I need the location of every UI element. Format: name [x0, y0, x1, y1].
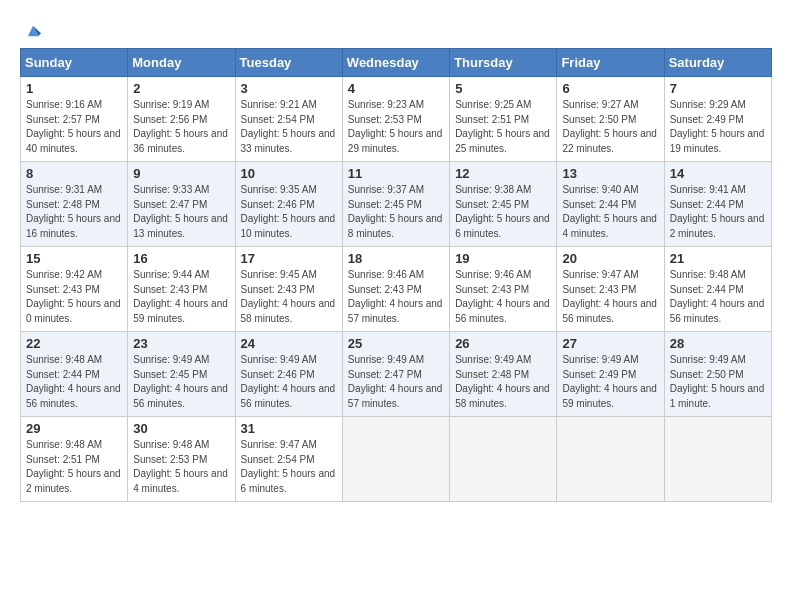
day-number: 11 — [348, 166, 444, 181]
calendar-cell: 17Sunrise: 9:45 AMSunset: 2:43 PMDayligh… — [235, 247, 342, 332]
day-info: Sunrise: 9:49 AMSunset: 2:50 PMDaylight:… — [670, 353, 766, 411]
calendar-cell: 27Sunrise: 9:49 AMSunset: 2:49 PMDayligh… — [557, 332, 664, 417]
day-info: Sunrise: 9:48 AMSunset: 2:51 PMDaylight:… — [26, 438, 122, 496]
day-info: Sunrise: 9:48 AMSunset: 2:44 PMDaylight:… — [670, 268, 766, 326]
day-info: Sunrise: 9:23 AMSunset: 2:53 PMDaylight:… — [348, 98, 444, 156]
calendar-cell — [557, 417, 664, 502]
day-number: 28 — [670, 336, 766, 351]
calendar-cell — [450, 417, 557, 502]
day-number: 9 — [133, 166, 229, 181]
calendar-cell: 10Sunrise: 9:35 AMSunset: 2:46 PMDayligh… — [235, 162, 342, 247]
day-info: Sunrise: 9:46 AMSunset: 2:43 PMDaylight:… — [455, 268, 551, 326]
day-info: Sunrise: 9:44 AMSunset: 2:43 PMDaylight:… — [133, 268, 229, 326]
page-header — [20, 20, 772, 38]
calendar-cell: 30Sunrise: 9:48 AMSunset: 2:53 PMDayligh… — [128, 417, 235, 502]
weekday-header-saturday: Saturday — [664, 49, 771, 77]
day-number: 7 — [670, 81, 766, 96]
calendar-cell: 21Sunrise: 9:48 AMSunset: 2:44 PMDayligh… — [664, 247, 771, 332]
day-number: 18 — [348, 251, 444, 266]
calendar-week-row: 22Sunrise: 9:48 AMSunset: 2:44 PMDayligh… — [21, 332, 772, 417]
day-info: Sunrise: 9:49 AMSunset: 2:49 PMDaylight:… — [562, 353, 658, 411]
weekday-header-thursday: Thursday — [450, 49, 557, 77]
calendar-cell: 2Sunrise: 9:19 AMSunset: 2:56 PMDaylight… — [128, 77, 235, 162]
day-info: Sunrise: 9:49 AMSunset: 2:47 PMDaylight:… — [348, 353, 444, 411]
calendar-cell: 13Sunrise: 9:40 AMSunset: 2:44 PMDayligh… — [557, 162, 664, 247]
day-number: 5 — [455, 81, 551, 96]
day-info: Sunrise: 9:41 AMSunset: 2:44 PMDaylight:… — [670, 183, 766, 241]
day-info: Sunrise: 9:45 AMSunset: 2:43 PMDaylight:… — [241, 268, 337, 326]
day-info: Sunrise: 9:47 AMSunset: 2:43 PMDaylight:… — [562, 268, 658, 326]
day-info: Sunrise: 9:42 AMSunset: 2:43 PMDaylight:… — [26, 268, 122, 326]
day-info: Sunrise: 9:31 AMSunset: 2:48 PMDaylight:… — [26, 183, 122, 241]
weekday-header-sunday: Sunday — [21, 49, 128, 77]
calendar-cell: 31Sunrise: 9:47 AMSunset: 2:54 PMDayligh… — [235, 417, 342, 502]
calendar-cell: 18Sunrise: 9:46 AMSunset: 2:43 PMDayligh… — [342, 247, 449, 332]
day-info: Sunrise: 9:35 AMSunset: 2:46 PMDaylight:… — [241, 183, 337, 241]
calendar-cell: 19Sunrise: 9:46 AMSunset: 2:43 PMDayligh… — [450, 247, 557, 332]
weekday-header-row: SundayMondayTuesdayWednesdayThursdayFrid… — [21, 49, 772, 77]
calendar-cell: 25Sunrise: 9:49 AMSunset: 2:47 PMDayligh… — [342, 332, 449, 417]
day-number: 30 — [133, 421, 229, 436]
calendar-cell: 23Sunrise: 9:49 AMSunset: 2:45 PMDayligh… — [128, 332, 235, 417]
calendar-cell: 5Sunrise: 9:25 AMSunset: 2:51 PMDaylight… — [450, 77, 557, 162]
day-info: Sunrise: 9:16 AMSunset: 2:57 PMDaylight:… — [26, 98, 122, 156]
day-number: 15 — [26, 251, 122, 266]
calendar-cell: 29Sunrise: 9:48 AMSunset: 2:51 PMDayligh… — [21, 417, 128, 502]
calendar-cell: 7Sunrise: 9:29 AMSunset: 2:49 PMDaylight… — [664, 77, 771, 162]
calendar-week-row: 8Sunrise: 9:31 AMSunset: 2:48 PMDaylight… — [21, 162, 772, 247]
calendar-cell: 4Sunrise: 9:23 AMSunset: 2:53 PMDaylight… — [342, 77, 449, 162]
calendar-table: SundayMondayTuesdayWednesdayThursdayFrid… — [20, 48, 772, 502]
calendar-cell — [342, 417, 449, 502]
day-number: 25 — [348, 336, 444, 351]
calendar-cell: 11Sunrise: 9:37 AMSunset: 2:45 PMDayligh… — [342, 162, 449, 247]
day-number: 29 — [26, 421, 122, 436]
calendar-cell: 14Sunrise: 9:41 AMSunset: 2:44 PMDayligh… — [664, 162, 771, 247]
weekday-header-wednesday: Wednesday — [342, 49, 449, 77]
day-number: 24 — [241, 336, 337, 351]
day-info: Sunrise: 9:29 AMSunset: 2:49 PMDaylight:… — [670, 98, 766, 156]
day-number: 6 — [562, 81, 658, 96]
day-number: 19 — [455, 251, 551, 266]
day-number: 20 — [562, 251, 658, 266]
day-number: 14 — [670, 166, 766, 181]
day-number: 13 — [562, 166, 658, 181]
day-number: 2 — [133, 81, 229, 96]
calendar-cell: 22Sunrise: 9:48 AMSunset: 2:44 PMDayligh… — [21, 332, 128, 417]
calendar-cell: 24Sunrise: 9:49 AMSunset: 2:46 PMDayligh… — [235, 332, 342, 417]
weekday-header-tuesday: Tuesday — [235, 49, 342, 77]
calendar-cell: 15Sunrise: 9:42 AMSunset: 2:43 PMDayligh… — [21, 247, 128, 332]
day-info: Sunrise: 9:37 AMSunset: 2:45 PMDaylight:… — [348, 183, 444, 241]
day-number: 10 — [241, 166, 337, 181]
day-number: 4 — [348, 81, 444, 96]
calendar-cell: 16Sunrise: 9:44 AMSunset: 2:43 PMDayligh… — [128, 247, 235, 332]
calendar-cell: 12Sunrise: 9:38 AMSunset: 2:45 PMDayligh… — [450, 162, 557, 247]
calendar-cell: 28Sunrise: 9:49 AMSunset: 2:50 PMDayligh… — [664, 332, 771, 417]
day-info: Sunrise: 9:49 AMSunset: 2:46 PMDaylight:… — [241, 353, 337, 411]
day-info: Sunrise: 9:40 AMSunset: 2:44 PMDaylight:… — [562, 183, 658, 241]
day-number: 31 — [241, 421, 337, 436]
day-info: Sunrise: 9:46 AMSunset: 2:43 PMDaylight:… — [348, 268, 444, 326]
calendar-cell: 1Sunrise: 9:16 AMSunset: 2:57 PMDaylight… — [21, 77, 128, 162]
calendar-cell: 26Sunrise: 9:49 AMSunset: 2:48 PMDayligh… — [450, 332, 557, 417]
calendar-cell: 8Sunrise: 9:31 AMSunset: 2:48 PMDaylight… — [21, 162, 128, 247]
day-number: 8 — [26, 166, 122, 181]
logo-icon — [22, 20, 44, 42]
day-info: Sunrise: 9:27 AMSunset: 2:50 PMDaylight:… — [562, 98, 658, 156]
day-info: Sunrise: 9:49 AMSunset: 2:48 PMDaylight:… — [455, 353, 551, 411]
weekday-header-monday: Monday — [128, 49, 235, 77]
calendar-week-row: 15Sunrise: 9:42 AMSunset: 2:43 PMDayligh… — [21, 247, 772, 332]
day-number: 21 — [670, 251, 766, 266]
calendar-week-row: 29Sunrise: 9:48 AMSunset: 2:51 PMDayligh… — [21, 417, 772, 502]
calendar-cell: 6Sunrise: 9:27 AMSunset: 2:50 PMDaylight… — [557, 77, 664, 162]
day-number: 16 — [133, 251, 229, 266]
logo — [20, 20, 44, 38]
weekday-header-friday: Friday — [557, 49, 664, 77]
day-info: Sunrise: 9:38 AMSunset: 2:45 PMDaylight:… — [455, 183, 551, 241]
calendar-cell — [664, 417, 771, 502]
day-number: 23 — [133, 336, 229, 351]
day-info: Sunrise: 9:25 AMSunset: 2:51 PMDaylight:… — [455, 98, 551, 156]
day-number: 27 — [562, 336, 658, 351]
day-number: 26 — [455, 336, 551, 351]
day-info: Sunrise: 9:48 AMSunset: 2:44 PMDaylight:… — [26, 353, 122, 411]
day-number: 17 — [241, 251, 337, 266]
